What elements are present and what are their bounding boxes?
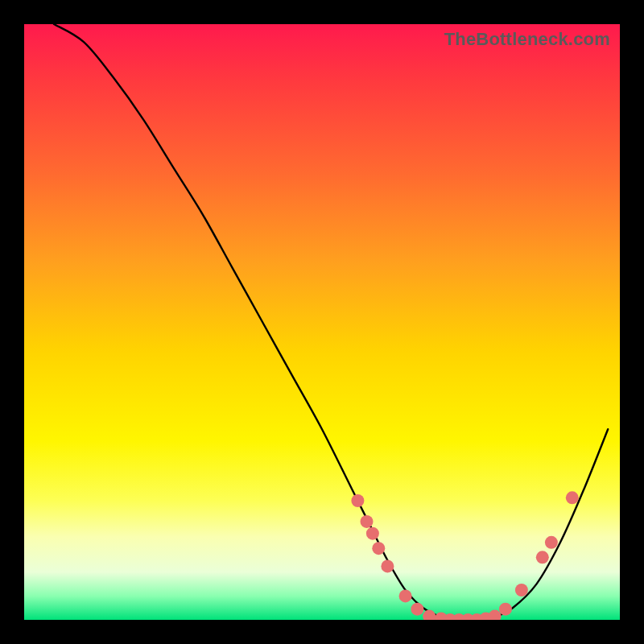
data-point [351,494,364,507]
data-point [515,584,528,597]
data-point [411,603,423,616]
data-point [545,536,558,549]
data-point [399,589,412,602]
data-point [489,610,502,620]
bottleneck-curve [54,24,608,620]
data-point [423,610,436,620]
plot-area: TheBottleneck.com [24,24,620,620]
data-point [536,551,549,564]
data-point [366,527,379,540]
data-point [381,559,394,572]
data-point [361,515,374,528]
chart-frame: TheBottleneck.com [0,0,644,644]
data-point [566,491,579,504]
data-point [372,542,385,555]
chart-svg [24,24,620,620]
data-point [499,603,512,616]
